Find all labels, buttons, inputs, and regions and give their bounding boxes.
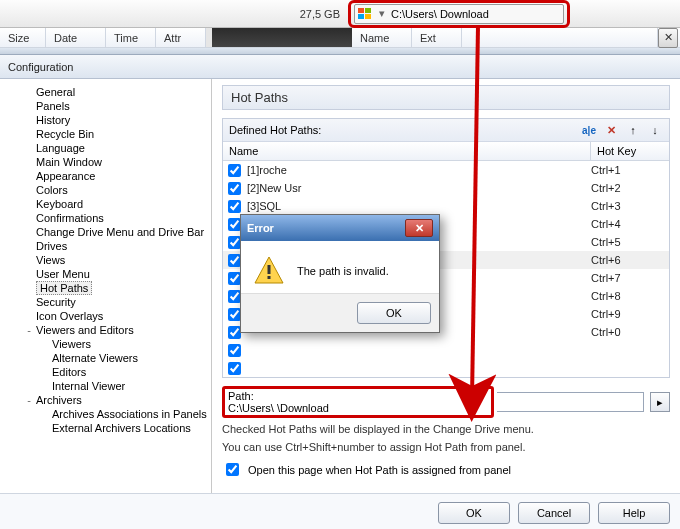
tree-item[interactable]: Appearance — [2, 169, 209, 183]
tree-item[interactable]: Drives — [2, 239, 209, 253]
settings-tree[interactable]: GeneralPanelsHistoryRecycle BinLanguageM… — [0, 79, 212, 493]
hotpath-hotkey: Ctrl+0 — [591, 326, 669, 338]
hotpath-checkbox[interactable] — [228, 164, 241, 177]
tree-item-label: Language — [36, 142, 85, 154]
col-name[interactable]: Name — [352, 28, 412, 47]
hotpath-row[interactable]: [2]New UsrCtrl+2 — [223, 179, 669, 197]
open-page-chk-label: Open this page when Hot Path is assigned… — [248, 464, 511, 476]
tree-item[interactable]: Hot Paths — [2, 281, 209, 295]
tree-item[interactable]: General — [2, 85, 209, 99]
hotpath-hotkey: Ctrl+3 — [591, 200, 669, 212]
path-label: Path: — [228, 390, 254, 402]
col-hotkey-header[interactable]: Hot Key — [591, 142, 669, 160]
drive-free-space: 27,5 GB — [292, 8, 348, 20]
path-highlight-top: ▾ C:\Users\ Download — [348, 0, 570, 28]
tree-item[interactable]: Security — [2, 295, 209, 309]
help-button[interactable]: Help — [598, 502, 670, 524]
delete-icon[interactable]: ✕ — [603, 122, 619, 138]
tree-item-label: Change Drive Menu and Drive Bar — [36, 226, 204, 238]
svg-rect-6 — [268, 276, 271, 279]
col-ext[interactable]: Ext — [412, 28, 462, 47]
path-value-display: C:\Users\ \Download — [228, 402, 458, 414]
hotpath-row[interactable] — [223, 341, 669, 359]
tree-item[interactable]: Change Drive Menu and Drive Bar — [2, 225, 209, 239]
tree-item-label: Viewers — [52, 338, 91, 350]
hotpath-checkbox[interactable] — [228, 344, 241, 357]
tree-item[interactable]: Panels — [2, 99, 209, 113]
windows-flag-icon — [357, 6, 373, 22]
tree-item-label: Confirmations — [36, 212, 104, 224]
hotpath-checkbox[interactable] — [228, 362, 241, 375]
col-name-header[interactable]: Name — [223, 142, 591, 160]
tree-item-label: Icon Overlays — [36, 310, 103, 322]
tree-item-label: History — [36, 114, 70, 126]
hotpath-hotkey: Ctrl+6 — [591, 254, 669, 266]
tree-item[interactable]: History — [2, 113, 209, 127]
svg-rect-2 — [358, 14, 364, 19]
tree-item[interactable]: Recycle Bin — [2, 127, 209, 141]
tree-item[interactable]: -Archivers — [2, 393, 209, 407]
col-time[interactable]: Time — [106, 28, 156, 47]
error-message: The path is invalid. — [297, 265, 389, 277]
column-headers-left: Size Date Time Attr Name Ext ✕ — [0, 28, 680, 48]
tree-item-label: User Menu — [36, 268, 90, 280]
panel-heading: Hot Paths — [222, 85, 670, 110]
hotpath-hotkey: Ctrl+9 — [591, 308, 669, 320]
hotpath-row[interactable]: [3]SQLCtrl+3 — [223, 197, 669, 215]
open-page-chk-input[interactable] — [226, 463, 239, 476]
col-size[interactable]: Size — [0, 28, 46, 47]
group-label: Defined Hot Paths: — [229, 124, 321, 136]
cancel-button[interactable]: Cancel — [518, 502, 590, 524]
tree-item-label: Archives Associations in Panels — [52, 408, 207, 420]
tree-item[interactable]: Internal Viewer — [2, 379, 209, 393]
open-page-checkbox[interactable]: Open this page when Hot Path is assigned… — [222, 460, 670, 479]
warning-icon — [253, 255, 285, 287]
tree-item-label: Colors — [36, 184, 68, 196]
tree-item[interactable]: User Menu — [2, 267, 209, 281]
tree-item[interactable]: Alternate Viewers — [2, 351, 209, 365]
col-date[interactable]: Date — [46, 28, 106, 47]
tree-item[interactable]: Main Window — [2, 155, 209, 169]
rename-icon[interactable]: a|e — [581, 122, 597, 138]
hotpath-row[interactable]: [1]rocheCtrl+1 — [223, 161, 669, 179]
hotpath-checkbox[interactable] — [228, 182, 241, 195]
tree-item[interactable]: Viewers — [2, 337, 209, 351]
tree-item[interactable]: Language — [2, 141, 209, 155]
move-up-icon[interactable]: ↑ — [625, 122, 641, 138]
tree-item[interactable]: Archives Associations in Panels — [2, 407, 209, 421]
svg-rect-1 — [365, 8, 371, 13]
tree-item-label: General — [36, 86, 75, 98]
tree-item-label: Appearance — [36, 170, 95, 182]
tree-item-label: External Archivers Locations — [52, 422, 191, 434]
tree-item[interactable]: Views — [2, 253, 209, 267]
col-attr[interactable]: Attr — [156, 28, 206, 47]
tree-item-label: Editors — [52, 366, 86, 378]
tree-item-label: Alternate Viewers — [52, 352, 138, 364]
hotpath-row[interactable] — [223, 359, 669, 377]
tree-item[interactable]: Colors — [2, 183, 209, 197]
tree-item[interactable]: External Archivers Locations — [2, 421, 209, 435]
ok-button[interactable]: OK — [438, 502, 510, 524]
path-dropdown[interactable]: ▾ C:\Users\ Download — [354, 4, 564, 24]
path-browse-button[interactable]: ▸ — [650, 392, 670, 412]
hotpath-checkbox[interactable] — [228, 200, 241, 213]
tree-item-label: Viewers and Editors — [36, 324, 134, 336]
tree-item[interactable]: Confirmations — [2, 211, 209, 225]
tree-item[interactable]: Keyboard — [2, 197, 209, 211]
path-input[interactable] — [497, 392, 644, 412]
move-down-icon[interactable]: ↓ — [647, 122, 663, 138]
window-close-button[interactable]: ✕ — [658, 28, 678, 48]
list-header: Name Hot Key — [223, 142, 669, 161]
error-titlebar[interactable]: Error ✕ — [241, 215, 439, 241]
hotpath-name: [3]SQL — [245, 200, 591, 212]
tree-item[interactable]: -Viewers and Editors — [2, 323, 209, 337]
tree-item[interactable]: Icon Overlays — [2, 309, 209, 323]
svg-rect-5 — [268, 265, 271, 274]
config-titlebar: Configuration — [0, 55, 680, 79]
tree-item[interactable]: Editors — [2, 365, 209, 379]
hotpath-hotkey: Ctrl+1 — [591, 164, 669, 176]
error-ok-button[interactable]: OK — [357, 302, 431, 324]
config-title: Configuration — [8, 61, 73, 73]
tree-item-label: Main Window — [36, 156, 102, 168]
error-close-button[interactable]: ✕ — [405, 219, 433, 237]
